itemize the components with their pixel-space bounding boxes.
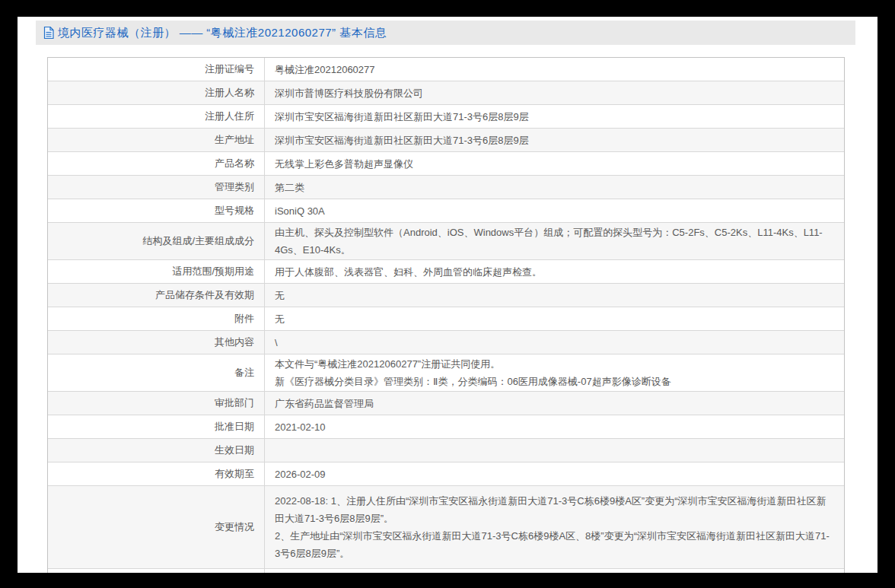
row-label: 审批部门 (48, 392, 265, 415)
row-label: 产品名称 (48, 152, 265, 175)
row-value (265, 569, 844, 573)
table-row-product-name: 产品名称 无线掌上彩色多普勒超声显像仪 (48, 152, 844, 176)
row-label: 其他内容 (48, 331, 265, 354)
row-value: \ (265, 331, 844, 354)
row-label: 管理类别 (48, 176, 265, 199)
row-value: 粤械注准20212060277 (265, 58, 844, 81)
change-history-item-2: 2、生产地址由“深圳市宝安区福永街道新田大道71-3号C栋6楼9楼A区、8楼”变… (275, 527, 833, 562)
registration-info-table: 注册证编号 粤械注准20212060277 注册人名称 深圳市普博医疗科技股份有… (47, 57, 845, 573)
table-row-change-history: 变更情况 2022-08-18: 1、注册人住所由“深圳市宝安区福永街道新田大道… (48, 486, 844, 569)
row-label: 结构及组成/主要组成成分 (48, 223, 265, 259)
row-label: 适用范围/预期用途 (48, 260, 265, 283)
page-title: 境内医疗器械（注册） —— “粤械注准20212060277” 基本信息 (58, 26, 387, 40)
table-row-valid-until: 有效期至 2026-02-09 (48, 462, 844, 486)
row-label: 注册证编号 (48, 58, 265, 81)
row-label: 产品储存条件及有效期 (48, 284, 265, 307)
remarks-line-2: 新《医疗器械分类目录》管理类别：Ⅱ类，分类编码：06医用成像器械-07超声影像诊… (275, 373, 833, 390)
row-value: iSoniQ 30A (265, 199, 844, 222)
row-value: 无 (265, 307, 844, 330)
table-row-clipped (48, 569, 844, 573)
row-value: 2021-02-10 (265, 415, 844, 438)
row-label: 备注 (48, 354, 265, 391)
row-value: 由主机、探头及控制型软件（Android、iOS、Windows平台）组成；可配… (265, 223, 844, 259)
table-row-other-content: 其他内容 \ (48, 331, 844, 354)
table-row-production-address: 生产地址 深圳市宝安区福海街道新田社区新田大道71-3号6层8层9层 (48, 129, 844, 152)
remarks-line-1: 本文件与“粤械注准20212060277”注册证共同使用。 (275, 355, 833, 373)
table-row-approval-department: 审批部门 广东省药品监督管理局 (48, 392, 844, 415)
row-label: 变更情况 (48, 486, 265, 568)
change-history-item-1: 2022-08-18: 1、注册人住所由“深圳市宝安区福永街道新田大道71-3号… (275, 492, 833, 527)
table-row-approval-date: 批准日期 2021-02-10 (48, 415, 844, 439)
row-label (48, 569, 265, 573)
row-value: 无线掌上彩色多普勒超声显像仪 (265, 152, 844, 175)
row-value (265, 439, 844, 462)
table-row-structure-composition: 结构及组成/主要组成成分 由主机、探头及控制型软件（Android、iOS、Wi… (48, 223, 844, 260)
row-value: 深圳市普博医疗科技股份有限公司 (265, 81, 844, 104)
table-row-attachments: 附件 无 (48, 307, 844, 331)
row-value: 2026-02-09 (265, 462, 844, 485)
row-label: 附件 (48, 307, 265, 330)
row-value: 无 (265, 284, 844, 307)
table-row-registration-number: 注册证编号 粤械注准20212060277 (48, 58, 844, 81)
table-row-storage-validity: 产品储存条件及有效期 无 (48, 284, 844, 307)
row-label: 生产地址 (48, 129, 265, 151)
document-icon (43, 27, 54, 39)
table-row-management-category: 管理类别 第二类 (48, 176, 844, 199)
table-row-remarks: 备注 本文件与“粤械注准20212060277”注册证共同使用。 新《医疗器械分… (48, 354, 844, 392)
table-row-intended-use: 适用范围/预期用途 用于人体腹部、浅表器官、妇科、外周血管的临床超声检查。 (48, 260, 844, 284)
row-label: 有效期至 (48, 462, 265, 485)
page-header-bar: 境内医疗器械（注册） —— “粤械注准20212060277” 基本信息 (36, 21, 855, 45)
row-value: 深圳市宝安区福海街道新田社区新田大道71-3号6层8层9层 (265, 129, 844, 151)
row-value: 2022-08-18: 1、注册人住所由“深圳市宝安区福永街道新田大道71-3号… (265, 486, 844, 568)
row-label: 注册人住所 (48, 105, 265, 128)
table-row-model-spec: 型号规格 iSoniQ 30A (48, 199, 844, 223)
row-label: 型号规格 (48, 199, 265, 222)
content-page: 境内医疗器械（注册） —— “粤械注准20212060277” 基本信息 注册证… (18, 17, 877, 573)
row-label: 生效日期 (48, 439, 265, 462)
table-row-registrant-address: 注册人住所 深圳市宝安区福海街道新田社区新田大道71-3号6层8层9层 (48, 105, 844, 129)
row-value: 第二类 (265, 176, 844, 199)
row-value: 深圳市宝安区福海街道新田社区新田大道71-3号6层8层9层 (265, 105, 844, 128)
row-value: 本文件与“粤械注准20212060277”注册证共同使用。 新《医疗器械分类目录… (265, 354, 844, 391)
table-row-effective-date: 生效日期 (48, 439, 844, 462)
row-value: 广东省药品监督管理局 (265, 392, 844, 415)
row-value: 用于人体腹部、浅表器官、妇科、外周血管的临床超声检查。 (265, 260, 844, 283)
table-row-registrant-name: 注册人名称 深圳市普博医疗科技股份有限公司 (48, 81, 844, 105)
row-label: 批准日期 (48, 415, 265, 438)
row-label: 注册人名称 (48, 81, 265, 104)
